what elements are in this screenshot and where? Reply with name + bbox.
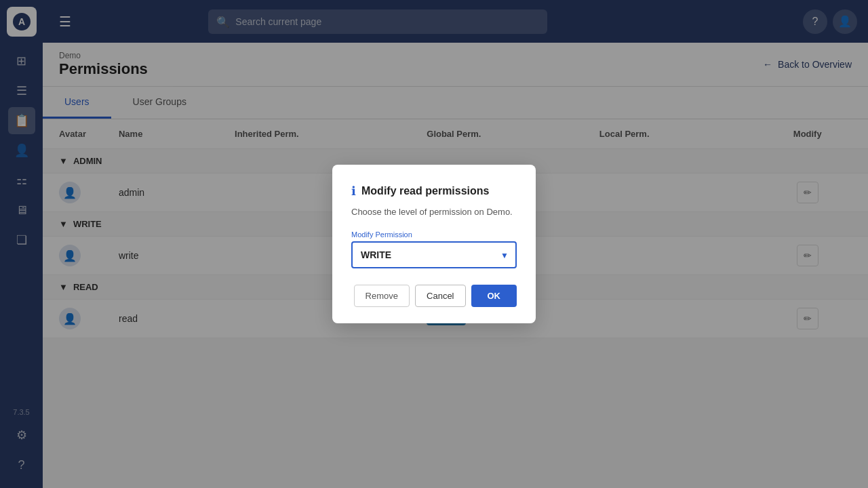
info-icon: ℹ [351,184,356,199]
dialog-actions: Remove Cancel OK [351,285,517,307]
cancel-button[interactable]: Cancel [415,285,465,307]
dialog-description: Choose the level of permission on Demo. [351,205,517,219]
permission-select-wrapper: Modify Permission ADMIN WRITE READ NONE … [351,230,517,268]
permission-select[interactable]: ADMIN WRITE READ NONE [351,241,517,268]
dialog-title-row: ℹ Modify read permissions [351,184,517,199]
ok-button[interactable]: OK [471,285,517,307]
remove-button[interactable]: Remove [354,285,410,307]
select-label: Modify Permission [351,230,517,239]
modify-permission-dialog: ℹ Modify read permissions Choose the lev… [332,165,536,324]
modal-overlay: ℹ Modify read permissions Choose the lev… [0,0,868,488]
dialog-title: Modify read permissions [361,185,490,197]
